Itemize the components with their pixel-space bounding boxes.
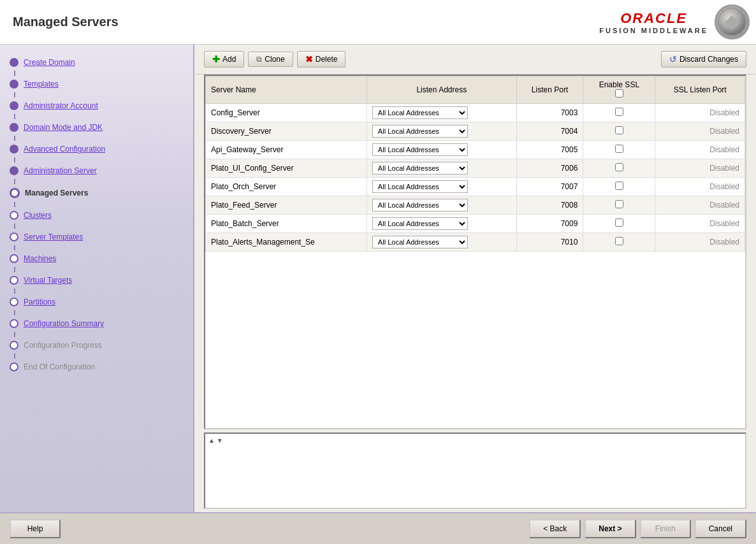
sidebar-connector-14 bbox=[14, 354, 15, 359]
ssl-checkbox-0[interactable] bbox=[615, 108, 623, 116]
finish-button[interactable]: Finish bbox=[640, 519, 691, 538]
sidebar-item-virtual-targets[interactable]: Virtual Targets bbox=[0, 272, 193, 289]
cell-enable-ssl-5 bbox=[583, 196, 655, 215]
sidebar-connector-13 bbox=[14, 332, 15, 337]
table-row: Plato_Feed_ServerAll Local Addresses7008… bbox=[206, 196, 745, 215]
cell-enable-ssl-6 bbox=[583, 215, 655, 233]
ssl-checkbox-7[interactable] bbox=[615, 237, 623, 245]
discard-button[interactable]: ↺ Discard Changes bbox=[661, 51, 746, 68]
sidebar-item-configuration-summary[interactable]: Configuration Summary bbox=[0, 315, 193, 332]
table-row: Plato_UI_Config_ServerAll Local Addresse… bbox=[206, 159, 745, 178]
sidebar-label-administration-server: Administration Server bbox=[24, 166, 97, 175]
help-button[interactable]: Help bbox=[10, 519, 61, 538]
listen-address-select-6[interactable]: All Local Addresses bbox=[372, 217, 468, 230]
delete-button[interactable]: ✖ Delete bbox=[297, 51, 346, 68]
cell-ssl-port-7: Disabled bbox=[655, 233, 745, 252]
table-row: Discovery_ServerAll Local Addresses7004D… bbox=[206, 122, 745, 141]
sidebar-item-server-templates[interactable]: Server Templates bbox=[0, 229, 193, 245]
footer: Help < Back Next > Finish Cancel bbox=[0, 512, 756, 544]
oracle-logo-group: ORACLE FUSION MIDDLEWARE bbox=[599, 4, 750, 39]
sidebar-label-templates: Templates bbox=[24, 80, 59, 89]
listen-address-select-4[interactable]: All Local Addresses bbox=[372, 180, 468, 193]
cell-listen-address-4: All Local Addresses bbox=[367, 178, 516, 196]
ssl-checkbox-1[interactable] bbox=[615, 126, 623, 134]
svg-point-0 bbox=[718, 8, 746, 36]
node-icon-end-of-configuration bbox=[10, 362, 18, 371]
cell-listen-address-7: All Local Addresses bbox=[367, 233, 516, 252]
cancel-button[interactable]: Cancel bbox=[695, 519, 746, 538]
add-label: Add bbox=[222, 55, 236, 64]
lower-panel: ▲ ▼ bbox=[204, 433, 746, 509]
sidebar-label-end-of-configuration: End Of Configuration bbox=[24, 362, 95, 371]
listen-address-select-7[interactable]: All Local Addresses bbox=[372, 236, 468, 248]
back-label: < Back bbox=[543, 524, 567, 533]
sidebar-label-administrator-account: Administrator Account bbox=[24, 101, 98, 110]
sidebar-label-partitions: Partitions bbox=[24, 297, 55, 306]
sidebar-label-advanced-configuration: Advanced Configuration bbox=[24, 145, 105, 154]
oracle-sub: FUSION MIDDLEWARE bbox=[599, 27, 708, 34]
sidebar-item-advanced-configuration[interactable]: Advanced Configuration bbox=[0, 141, 193, 157]
cell-listen-port-1: 7004 bbox=[516, 122, 583, 141]
ssl-checkbox-6[interactable] bbox=[615, 218, 623, 227]
sidebar-label-domain-mode-jdk: Domain Mode and JDK bbox=[24, 123, 103, 132]
cell-listen-address-5: All Local Addresses bbox=[367, 196, 516, 215]
sidebar-item-create-domain[interactable]: Create Domain bbox=[0, 54, 193, 71]
sidebar-label-configuration-progress: Configuration Progress bbox=[24, 341, 102, 350]
cell-listen-port-6: 7009 bbox=[516, 215, 583, 233]
sidebar-item-managed-servers[interactable]: Managed Servers bbox=[0, 184, 193, 202]
cell-ssl-port-1: Disabled bbox=[655, 122, 745, 141]
sidebar: Create DomainTemplatesAdministrator Acco… bbox=[0, 45, 194, 512]
col-listen-address: Listen Address bbox=[367, 76, 516, 104]
oracle-shield-icon bbox=[716, 6, 748, 38]
add-button[interactable]: ✚ Add bbox=[204, 51, 244, 68]
ssl-checkbox-4[interactable] bbox=[615, 182, 623, 190]
sidebar-item-domain-mode-jdk[interactable]: Domain Mode and JDK bbox=[0, 119, 193, 136]
clone-button[interactable]: ⧉ Clone bbox=[248, 52, 293, 67]
cell-enable-ssl-4 bbox=[583, 178, 655, 196]
clone-icon: ⧉ bbox=[256, 55, 262, 64]
listen-address-select-5[interactable]: All Local Addresses bbox=[372, 199, 468, 211]
sidebar-item-partitions[interactable]: Partitions bbox=[0, 294, 193, 310]
sidebar-label-create-domain: Create Domain bbox=[24, 58, 75, 67]
content-area: ✚ Add ⧉ Clone ✖ Delete ↺ Discard Changes bbox=[194, 45, 756, 512]
sidebar-item-machines[interactable]: Machines bbox=[0, 250, 193, 267]
cell-ssl-port-5: Disabled bbox=[655, 196, 745, 215]
back-button[interactable]: < Back bbox=[529, 519, 581, 538]
sidebar-nav: Create DomainTemplatesAdministrator Acco… bbox=[0, 54, 193, 375]
listen-address-select-0[interactable]: All Local Addresses bbox=[372, 106, 468, 119]
col-server-name: Server Name bbox=[206, 76, 367, 104]
sidebar-item-administrator-account[interactable]: Administrator Account bbox=[0, 97, 193, 114]
cell-server-name-4: Plato_Orch_Server bbox=[206, 178, 367, 196]
ssl-checkbox-5[interactable] bbox=[615, 200, 623, 208]
listen-address-select-2[interactable]: All Local Addresses bbox=[372, 143, 468, 156]
sidebar-connector-12 bbox=[14, 310, 15, 315]
sidebar-item-end-of-configuration[interactable]: End Of Configuration bbox=[0, 359, 193, 375]
cell-listen-port-5: 7008 bbox=[516, 196, 583, 215]
servers-table: Server Name Listen Address Listen Port E… bbox=[205, 76, 745, 252]
listen-address-select-3[interactable]: All Local Addresses bbox=[372, 162, 468, 175]
sidebar-connector-3 bbox=[14, 114, 15, 119]
ssl-checkbox-2[interactable] bbox=[615, 145, 623, 153]
oracle-text: ORACLE bbox=[620, 10, 687, 27]
sidebar-item-clusters[interactable]: Clusters bbox=[0, 207, 193, 224]
sidebar-label-server-templates: Server Templates bbox=[24, 233, 83, 241]
cell-server-name-2: Api_Gateway_Server bbox=[206, 141, 367, 159]
cell-enable-ssl-2 bbox=[583, 141, 655, 159]
footer-left: Help bbox=[10, 519, 61, 538]
sidebar-item-configuration-progress[interactable]: Configuration Progress bbox=[0, 337, 193, 354]
select-all-ssl-checkbox[interactable] bbox=[615, 89, 623, 97]
node-icon-create-domain bbox=[10, 58, 18, 67]
node-icon-administrator-account bbox=[10, 101, 18, 110]
sidebar-label-virtual-targets: Virtual Targets bbox=[24, 276, 72, 285]
sidebar-item-templates[interactable]: Templates bbox=[0, 76, 193, 92]
sidebar-item-administration-server[interactable]: Administration Server bbox=[0, 162, 193, 179]
table-row: Plato_Orch_ServerAll Local Addresses7007… bbox=[206, 178, 745, 196]
node-icon-advanced-configuration bbox=[10, 145, 18, 154]
ssl-checkbox-3[interactable] bbox=[615, 163, 623, 171]
next-button[interactable]: Next > bbox=[585, 519, 636, 538]
listen-address-select-1[interactable]: All Local Addresses bbox=[372, 125, 468, 138]
sidebar-connector-9 bbox=[14, 245, 15, 250]
table-body: Config_ServerAll Local Addresses7003Disa… bbox=[206, 104, 745, 252]
col-ssl-listen-port: SSL Listen Port bbox=[655, 76, 745, 104]
cell-enable-ssl-7 bbox=[583, 233, 655, 252]
